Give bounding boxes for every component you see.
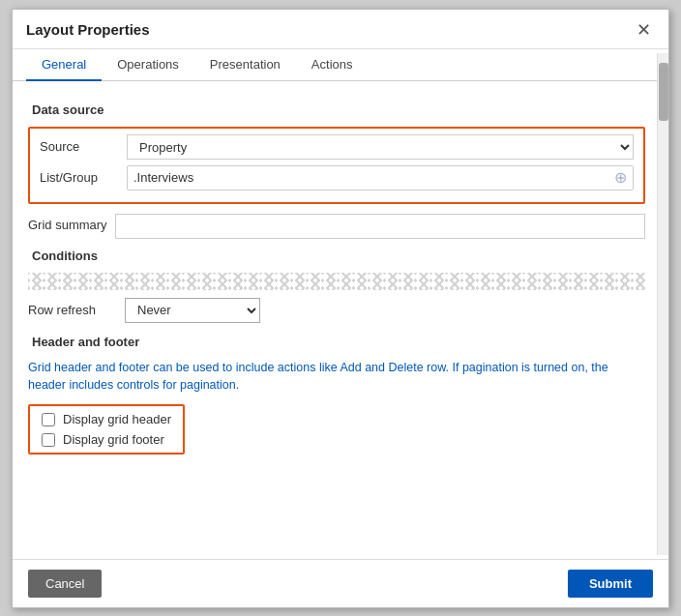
source-control: Property Query Static xyxy=(127,134,634,160)
header-footer-description: Grid header and footer can be used to in… xyxy=(28,359,645,396)
conditions-heading: Conditions xyxy=(28,249,645,263)
scrollbar-thumb[interactable] xyxy=(659,63,668,121)
header-footer-heading: Header and footer xyxy=(28,335,645,349)
source-select[interactable]: Property Query Static xyxy=(127,134,634,160)
dialog-footer: Cancel Submit xyxy=(13,559,668,607)
data-source-box: Source Property Query Static List/Group … xyxy=(28,127,645,204)
list-group-value: .Interviews xyxy=(133,170,610,185)
display-footer-label: Display grid footer xyxy=(63,432,164,447)
list-group-control: .Interviews ⊕ xyxy=(127,165,634,191)
grid-summary-input[interactable] xyxy=(115,214,645,239)
conditions-section: Conditions xyxy=(28,249,645,290)
list-group-label: List/Group xyxy=(40,170,127,185)
dialog-title-bar: Layout Properties ✕ xyxy=(13,10,668,49)
list-group-input-container[interactable]: .Interviews ⊕ xyxy=(127,165,634,191)
tab-presentation[interactable]: Presentation xyxy=(194,49,296,81)
tab-bar: General Operations Presentation Actions xyxy=(13,49,668,81)
tab-general[interactable]: General xyxy=(26,49,102,81)
row-refresh-select[interactable]: Never Always On change xyxy=(125,298,260,323)
close-button[interactable]: ✕ xyxy=(633,19,655,41)
layout-properties-dialog: Layout Properties ✕ General Operations P… xyxy=(12,9,669,608)
display-footer-checkbox-row[interactable]: Display grid footer xyxy=(42,432,171,447)
display-footer-checkbox[interactable] xyxy=(42,433,55,447)
source-row: Source Property Query Static xyxy=(40,134,634,160)
hf-desc-text: Grid header and footer can be used to in… xyxy=(28,361,608,393)
source-label: Source xyxy=(40,139,127,154)
list-group-icon: ⊕ xyxy=(614,168,627,187)
tab-actions[interactable]: Actions xyxy=(296,49,369,81)
row-refresh-row: Row refresh Never Always On change xyxy=(28,298,645,323)
display-header-label: Display grid header xyxy=(63,412,171,426)
dialog-title: Layout Properties xyxy=(26,21,150,38)
tab-operations[interactable]: Operations xyxy=(102,49,194,81)
cancel-button[interactable]: Cancel xyxy=(28,570,102,598)
dialog-body: Data source Source Property Query Static… xyxy=(13,81,668,559)
row-refresh-label: Row refresh xyxy=(28,303,125,317)
grid-summary-label: Grid summary xyxy=(28,214,115,232)
header-footer-section: Header and footer Grid header and footer… xyxy=(28,335,645,455)
list-group-row: List/Group .Interviews ⊕ xyxy=(40,165,634,191)
grid-summary-row: Grid summary xyxy=(28,214,645,239)
scrollbar-track[interactable] xyxy=(657,53,668,555)
zigzag-divider xyxy=(28,273,645,290)
submit-button[interactable]: Submit xyxy=(568,570,653,598)
display-header-checkbox[interactable] xyxy=(42,413,55,426)
display-header-checkbox-row[interactable]: Display grid header xyxy=(42,412,171,426)
checkbox-group: Display grid header Display grid footer xyxy=(28,404,185,455)
data-source-heading: Data source xyxy=(28,103,645,117)
